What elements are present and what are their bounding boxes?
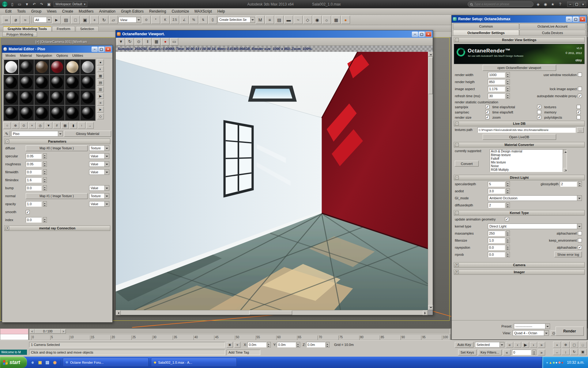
material-name-dropdown[interactable]: Piso [11,131,63,136]
schematic-view-button[interactable]: ◇ [303,16,312,24]
material-sample-slot[interactable] [4,59,19,75]
smooth-checkbox[interactable]: ✓ [26,210,30,214]
parameters-rollout[interactable]: - Parameters [4,139,110,144]
stat-checkbox[interactable]: ✓ [485,110,489,114]
make-unique-button[interactable]: ◎ [36,122,44,129]
current-frame-field[interactable]: 0 [512,350,531,355]
spinner[interactable] [43,161,47,167]
next-frame-button[interactable]: › [530,342,537,348]
material-sample-slot[interactable] [65,105,80,121]
list-item[interactable]: Falloff [490,157,562,161]
go-to-start-button[interactable]: « [506,342,513,348]
display-settings-button[interactable]: ▭ [170,38,178,45]
view-dropdown[interactable]: Quad 4 - Octan [513,330,549,336]
spinner[interactable] [267,342,271,347]
render-button[interactable]: Render [556,327,584,336]
material-sample-slot[interactable] [80,75,95,90]
tray-icon-4[interactable]: ● [556,361,558,364]
bump-field[interactable]: 0.0 [26,185,42,191]
curve-editor-button[interactable]: ~ [294,16,303,24]
redo-icon[interactable]: ↷ [38,1,45,7]
coordinate-field[interactable]: 0.0m [277,342,296,347]
material-sample-slot[interactable] [34,59,49,75]
project-folder-icon[interactable]: ▣ [46,1,52,7]
time-slider[interactable]: < 0 / 100 > [29,328,450,334]
material-sample-slot[interactable] [50,75,65,90]
maxsamples-field[interactable]: 250 [488,231,505,236]
statistics-button[interactable]: ▦ [153,38,160,45]
zoom-icon[interactable]: + [553,342,561,348]
put-to-library-button[interactable]: ▼ [45,122,52,129]
sample-type-button[interactable]: ● [97,59,104,65]
spinner[interactable] [43,153,47,159]
alphachannel-checkbox[interactable] [578,231,582,235]
opacity-type-dropdown[interactable]: Value [89,201,109,207]
update-animation-checkbox[interactable]: ✓ [505,217,509,221]
material-sample-slot[interactable] [80,59,95,75]
viewport-label[interactable]: [+] [OctaneCamera.001] [Wirefram [36,40,87,44]
browse-button[interactable]: ... [577,127,584,133]
material-sample-slot[interactable] [65,90,80,105]
use-window-resolution-checkbox[interactable] [578,73,582,77]
stat-checkbox[interactable]: ✓ [537,105,541,109]
previous-frame-button[interactable]: ‹ [514,342,521,348]
material-sample-slot[interactable] [50,90,65,105]
menu-item[interactable]: Customize [169,9,192,13]
start-button[interactable]: start [0,357,27,368]
stat-checkbox[interactable] [577,115,581,119]
bind-to-space-warp-button[interactable]: ≈ [21,16,30,24]
add-time-tag[interactable]: Add Time Tag [227,350,260,355]
filmindex-field[interactable]: 1.6 [26,177,42,183]
material-sample-slot[interactable] [19,90,34,105]
use-pivot-center-button[interactable]: ⊙ [142,16,151,24]
kernel-type-rollout[interactable]: - Kernel Type [454,210,585,216]
make-preview-button[interactable]: ▶ [97,93,104,99]
camera-rollout[interactable]: + Camera [454,262,585,268]
material-sample-slot[interactable] [19,75,34,90]
tray-icon-1[interactable]: ● [546,361,548,364]
spinner[interactable] [506,93,510,99]
named-selection-sets-dropdown[interactable]: Create Selection Se [218,17,255,23]
select-and-move-button[interactable]: + [90,16,99,24]
select-by-material-button[interactable]: ► [97,106,104,113]
spinner[interactable] [506,188,510,194]
filmwidth-field[interactable]: 0.0 [26,169,42,175]
lock-selection-toggle[interactable]: ▣ [227,342,233,348]
time-slider-thumb[interactable]: 0 / 100 [35,329,61,334]
walk-through-icon[interactable]: ↕ [562,349,570,355]
material-type-button[interactable]: Glossy Material [64,131,111,137]
menu-item[interactable]: MAXScript [192,9,215,13]
select-object-button[interactable]: ► [52,16,61,24]
aodist-field[interactable]: 3.0 [488,188,505,194]
mental-ray-rollout[interactable]: + mental ray Connection [4,225,110,231]
list-scrollbar[interactable] [563,150,567,172]
live-db-rollout[interactable]: - Live DB [454,121,585,126]
refresh-time-field[interactable]: 30 [488,93,505,99]
list-item[interactable]: Noise [490,164,562,168]
spinner[interactable] [43,185,47,191]
spinner[interactable] [506,181,510,187]
spinner[interactable] [43,217,47,223]
scroll-right-icon[interactable] [423,310,428,315]
spinner[interactable] [506,231,510,236]
menu-item[interactable]: Rendering [146,9,169,13]
minimize-icon[interactable]: – [566,17,572,22]
convert-button[interactable]: Convert [455,161,479,167]
coordinate-field[interactable]: 0.0m [306,342,325,347]
render-production-button[interactable]: ● [341,16,350,24]
maximize-icon[interactable]: ▢ [573,17,579,22]
maximize-viewport-icon[interactable]: ▣ [579,349,587,355]
maximize-icon[interactable]: ▢ [419,32,425,37]
stat-checkbox[interactable]: ✓ [485,115,489,119]
maxscript-mini-listener[interactable] [0,328,28,340]
menu-item[interactable]: Edit [2,9,14,13]
stat-checkbox[interactable]: ✓ [537,115,541,119]
tab-cuda-devices[interactable]: Cuda Devices [519,30,586,36]
open-octane-viewport-button[interactable]: open OctaneRender viewport [483,65,556,71]
spinner[interactable] [43,201,47,207]
spinner[interactable] [506,202,510,208]
unlink-selection-button[interactable]: ø [11,16,20,24]
menu-item[interactable]: Options [54,54,70,57]
video-color-check-button[interactable]: ▥ [97,86,104,92]
diffuse-map-button[interactable]: Map #0 ( Image Texture ) [26,145,88,151]
